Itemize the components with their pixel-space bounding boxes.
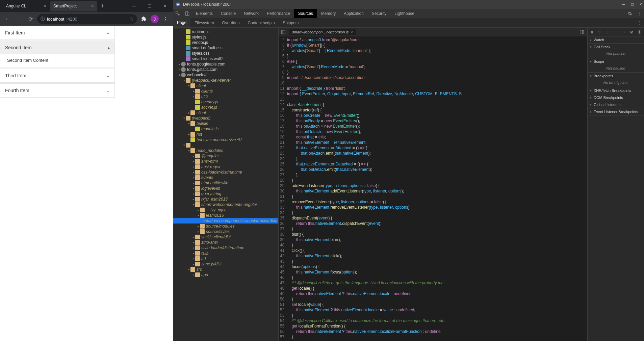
tree-item[interactable]: ▾client (173, 83, 278, 88)
more-icon[interactable]: ⋮ (635, 11, 644, 16)
tree-item[interactable]: ▸rxjs/_esm2015 (173, 196, 278, 202)
tree-item[interactable]: ▸css-loader/dist/runtime (173, 169, 278, 175)
tree-item[interactable]: ▾src (173, 267, 278, 272)
forward-button[interactable]: → (14, 14, 24, 24)
menu-icon[interactable]: ⋮ (161, 14, 170, 24)
settings-icon[interactable] (625, 11, 635, 16)
editor-tab[interactable]: smart-webcompon…r-accordion.js × (289, 29, 356, 35)
tree-item[interactable]: ▾fesm2015 (173, 213, 278, 218)
tree-item[interactable]: ▸source/styles (173, 229, 278, 234)
file-tree[interactable]: runtime.jsstyles.jsvendor.jssmart.defaul… (173, 28, 278, 341)
devtools-tab-network[interactable]: Network (240, 9, 263, 18)
show-navigator-icon[interactable] (280, 29, 287, 35)
tree-item[interactable]: styles.js (173, 34, 278, 40)
devtools-tab-elements[interactable]: Elements (192, 9, 217, 18)
tree-item[interactable]: ▸tslib (173, 251, 278, 256)
close-button[interactable]: × (157, 1, 173, 11)
tree-item[interactable]: ▾smart-webcomponents-angular (173, 202, 278, 207)
more-icon[interactable]: ⋮ (635, 18, 644, 27)
close-icon[interactable]: × (91, 3, 94, 9)
pause-on-exceptions-icon[interactable] (637, 29, 642, 35)
dbg-section-header[interactable]: ▸Event Listener Breakpoints (588, 108, 644, 115)
tree-item[interactable]: runtime.js (173, 29, 278, 34)
dbg-section-header[interactable]: ▸Global Listeners (588, 101, 644, 108)
minimize-button[interactable]: ─ (126, 1, 142, 11)
accordion-header[interactable]: First Item⌄ (0, 26, 114, 40)
devtools-tab-security[interactable]: Security (368, 9, 390, 18)
devtools-tab-lighthouse[interactable]: Lighthouse (390, 9, 418, 18)
tree-item[interactable]: ▾(webpack)-dev-server (173, 78, 278, 83)
tree-item[interactable]: ▸html-entities/lib (173, 180, 278, 186)
sources-subtab-page[interactable]: Page (173, 18, 190, 27)
tree-item[interactable]: ▾buildin (173, 121, 278, 126)
tab-smartproject[interactable]: SmartProject × (50, 1, 97, 11)
dbg-section-header[interactable]: ▸DOM Breakpoints (588, 94, 644, 101)
back-button[interactable]: ← (3, 14, 12, 24)
step-into-icon[interactable] (606, 29, 610, 35)
tree-item[interactable]: ▸loglevel/lib (173, 186, 278, 191)
tree-item[interactable]: ▸__ivy_ngcc__ (173, 207, 278, 213)
close-icon[interactable]: × (351, 30, 353, 34)
tree-item[interactable]: ▸querystring (173, 191, 278, 196)
tree-item[interactable]: ▸utils (173, 94, 278, 99)
tree-item[interactable]: smart-webcomponents-angular-accordion.js (173, 218, 278, 224)
tree-item[interactable]: ▾. (173, 142, 278, 148)
minimize-button[interactable]: ─ (622, 2, 625, 7)
extensions-icon[interactable] (139, 14, 149, 24)
tree-item[interactable]: ▸ansi-regex (173, 164, 278, 169)
inspect-element-icon[interactable] (173, 9, 182, 18)
devtools-tab-performance[interactable]: Performance (263, 9, 294, 18)
dbg-section-header[interactable]: ▾Breakpoints (588, 73, 644, 79)
tree-item[interactable]: socket.js (173, 105, 278, 110)
dbg-section-header[interactable]: ▾Scope (588, 58, 644, 65)
close-icon[interactable]: × (44, 3, 47, 9)
tree-item[interactable]: ▸hot (173, 132, 278, 137)
accordion-header[interactable]: Fourth Item⌄ (0, 84, 114, 97)
tree-item[interactable]: vendor.js (173, 40, 278, 45)
step-out-icon[interactable] (614, 29, 618, 35)
tree-item[interactable]: ▾(webpack) (173, 115, 278, 121)
tree-item[interactable]: ▸events (173, 175, 278, 180)
accordion-header[interactable]: Third Item⌄ (0, 69, 114, 82)
tree-item[interactable]: ▸app (173, 272, 278, 278)
reload-button[interactable]: ⟳ (26, 14, 35, 24)
code-content[interactable]: import * as ɵngcc0 from '@angular/core';… (287, 36, 462, 341)
tree-item[interactable]: ▸fonts.gstatic.com (173, 67, 278, 72)
device-toolbar-icon[interactable] (182, 9, 192, 18)
code-view[interactable]: 2345678910111213141516171819202122232425… (279, 36, 587, 341)
sources-subtab-content-scripts[interactable]: Content scripts (243, 18, 279, 27)
star-icon[interactable]: ☆ (130, 17, 134, 22)
tree-item[interactable]: ▸client (173, 110, 278, 115)
profile-avatar[interactable]: J (151, 15, 159, 23)
tree-item[interactable]: ▸sockjs-client/dist (173, 234, 278, 240)
dbg-section-header[interactable]: ▸XHR/fetch Breakpoints (588, 87, 644, 94)
devtools-tab-memory[interactable]: Memory (317, 9, 340, 18)
tree-item[interactable]: ▾node_modules (173, 148, 278, 153)
tree-item[interactable]: module.js (173, 126, 278, 132)
step-icon[interactable] (621, 29, 626, 35)
accordion-header[interactable]: Second Item▴ (0, 41, 114, 54)
toggle-navigator-icon[interactable] (578, 29, 585, 35)
address-bar[interactable]: ⓘ localhost:4200 ☆ (37, 14, 137, 24)
tree-item[interactable]: ▸clients (173, 88, 278, 94)
tree-item[interactable]: smart.default.css (173, 45, 278, 51)
tree-item[interactable]: smart-icons.woff2 (173, 56, 278, 61)
maximize-button[interactable]: □ (142, 1, 157, 11)
tree-item[interactable]: ▸zone.js/dist (173, 261, 278, 267)
tree-item[interactable]: overlay.js (173, 99, 278, 105)
add-tab-button[interactable]: + (97, 3, 108, 10)
devtools-tab-console[interactable]: Console (217, 9, 240, 18)
tree-item[interactable]: ▸strip-ansi (173, 240, 278, 245)
info-icon[interactable]: ⓘ (41, 16, 45, 22)
tree-item[interactable]: ▾webpack:// (173, 72, 278, 78)
tree-item[interactable]: styles.css (173, 51, 278, 56)
devtools-tab-sources[interactable]: Sources (294, 9, 317, 18)
sources-subtab-filesystem[interactable]: Filesystem (190, 18, 218, 27)
devtools-tab-application[interactable]: Application (340, 9, 368, 18)
tab-angular-cli[interactable]: Angular CLI × (3, 1, 50, 11)
sources-subtab-overrides[interactable]: Overrides (218, 18, 243, 27)
tree-item[interactable]: ▸@angular (173, 153, 278, 159)
deactivate-breakpoints-icon[interactable] (629, 29, 634, 35)
step-over-icon[interactable] (598, 29, 602, 35)
tree-item[interactable]: ▸style-loader/dist/runtime (173, 245, 278, 251)
